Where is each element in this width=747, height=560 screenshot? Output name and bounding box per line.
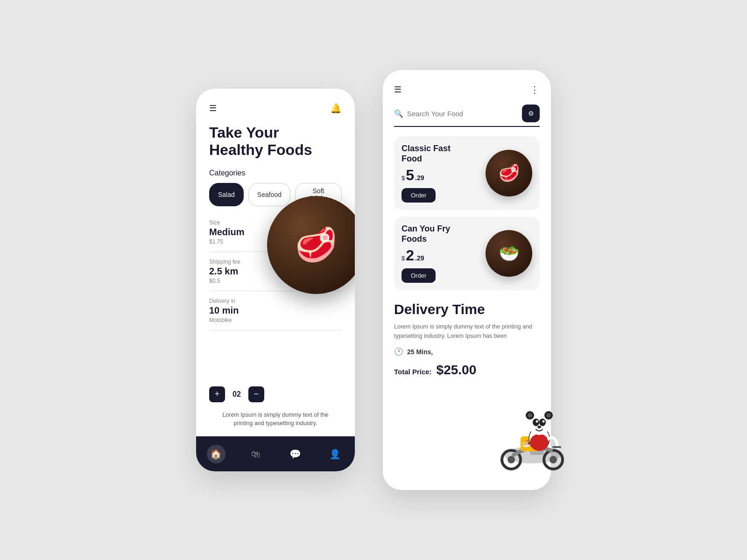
food-card-1: Classic FastFood $ 5 .29 Order 🥩 xyxy=(394,136,540,210)
dollar-sign-2: $ xyxy=(402,255,405,262)
svg-point-16 xyxy=(539,419,546,426)
card-1-price: $ 5 .29 xyxy=(402,168,480,182)
food-details: 🥩 Size Medium $1.75 Shipping fee 2.5 km … xyxy=(209,219,342,402)
clock-icon: 🕐 xyxy=(394,347,403,356)
right-phone: ☰ ⋮ 🔍 ⚙ Classic FastFood $ 5 .29 Order 🥩… xyxy=(383,70,551,490)
panda-mascot: 🍜 xyxy=(495,378,570,471)
categories-label: Categories xyxy=(209,169,342,177)
quantity-control: + 02 − xyxy=(209,386,342,402)
svg-point-13 xyxy=(528,413,532,418)
total-value: $25.00 xyxy=(437,363,477,378)
svg-point-19 xyxy=(537,426,541,428)
order-button-2[interactable]: Order xyxy=(402,268,436,283)
svg-point-9 xyxy=(530,434,549,451)
svg-point-15 xyxy=(533,419,539,426)
card-2-image: 🥗 xyxy=(486,230,532,277)
shipping-price: $0.5 xyxy=(209,278,290,284)
nav-home-icon[interactable]: 🏠 xyxy=(207,445,226,463)
total-label: Total Price: xyxy=(394,368,432,376)
delivery-time-value: 10 min xyxy=(209,305,290,316)
tag-seafood[interactable]: Seafood xyxy=(248,183,290,206)
delivery-mode: Motobike xyxy=(209,317,290,323)
search-bar: 🔍 ⚙ xyxy=(394,105,540,127)
right-hamburger-icon[interactable]: ☰ xyxy=(394,84,402,95)
qty-value: 02 xyxy=(233,390,241,399)
delivery-in-label: Delivery in xyxy=(209,298,290,304)
hamburger-icon[interactable]: ☰ xyxy=(209,103,217,113)
tag-salad[interactable]: Salad xyxy=(209,183,244,206)
search-icon: 🔍 xyxy=(394,109,403,118)
hero-title: Take Your Healthy Foods xyxy=(209,124,342,159)
food-card-2: Can You FryFoods $ 2 .29 Order 🥗 xyxy=(394,217,540,290)
bell-icon[interactable]: 🔔 xyxy=(330,103,342,114)
card-2-info: Can You FryFoods $ 2 .29 Order xyxy=(402,224,480,283)
search-input[interactable] xyxy=(407,110,518,118)
card-1-info: Classic FastFood $ 5 .29 Order xyxy=(402,144,480,203)
svg-point-2 xyxy=(507,456,515,463)
nav-chat-icon[interactable]: 💬 xyxy=(286,445,305,463)
qty-decrease-button[interactable]: − xyxy=(248,386,264,402)
filter-icon: ⚙ xyxy=(528,110,534,117)
delivery-time-row: 🕐 25 Mins, xyxy=(394,347,540,356)
bottom-nav: 🏠 🛍 💬 👤 xyxy=(196,436,355,471)
delivery-title: Delivery Time xyxy=(394,301,540,317)
price-cents-2: .29 xyxy=(415,254,424,262)
card-1-image: 🥩 xyxy=(486,150,532,196)
nav-profile-icon[interactable]: 👤 xyxy=(326,445,345,463)
left-top-bar: ☰ 🔔 xyxy=(209,103,342,114)
svg-point-14 xyxy=(546,413,551,418)
svg-point-17 xyxy=(536,420,538,423)
filter-button[interactable]: ⚙ xyxy=(522,105,540,122)
total-row: Total Price: $25.00 xyxy=(394,363,540,378)
card-2-title: Can You FryFoods xyxy=(402,224,480,244)
card-1-title: Classic FastFood xyxy=(402,144,480,164)
svg-point-18 xyxy=(543,420,545,423)
svg-point-4 xyxy=(550,456,557,463)
dots-menu-icon[interactable]: ⋮ xyxy=(530,84,540,95)
order-button-1[interactable]: Order xyxy=(402,188,436,203)
card-2-price: $ 2 .29 xyxy=(402,248,480,263)
price-cents-1: .29 xyxy=(415,174,424,182)
price-main-1: 5 xyxy=(406,168,414,182)
qty-increase-button[interactable]: + xyxy=(209,386,225,402)
delivery-desc: Lorem Ipsum is simply dummy text of the … xyxy=(394,322,540,341)
nav-bag-icon[interactable]: 🛍 xyxy=(247,445,265,463)
left-phone: ☰ 🔔 Take Your Healthy Foods Categories S… xyxy=(196,89,355,471)
panda-svg: 🍜 xyxy=(495,378,570,471)
delivery-time-text: 25 Mins, xyxy=(407,348,433,356)
delivery-detail: Delivery in 10 min Motobike xyxy=(209,298,342,330)
dummy-text: Lorem Ipsum is simply dummy text of the … xyxy=(209,411,342,428)
price-main-2: 2 xyxy=(406,248,414,263)
right-top-bar: ☰ ⋮ xyxy=(394,84,540,95)
dollar-sign-1: $ xyxy=(402,175,405,182)
